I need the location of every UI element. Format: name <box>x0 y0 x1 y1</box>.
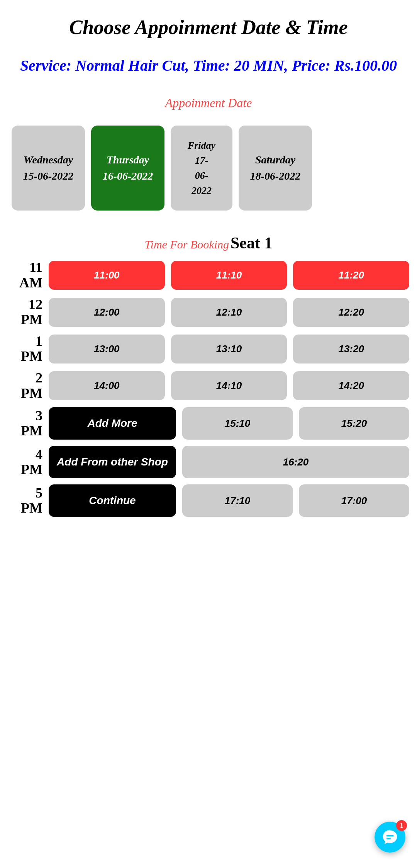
hour-label-3pm: 3PM <box>8 408 42 439</box>
time-row-5pm: 5PM Continue 17:10 17:00 <box>8 484 409 517</box>
time-slot-1210[interactable]: 12:10 <box>171 298 287 327</box>
time-slots-4pm: Add From other Shop 16:20 <box>49 446 409 478</box>
time-slot-1620[interactable]: 16:20 <box>182 446 409 478</box>
time-slots-3pm: Add More 15:10 15:20 <box>49 407 409 440</box>
time-slot-1200[interactable]: 12:00 <box>49 298 165 327</box>
hour-label-11am: 11AM <box>8 260 42 290</box>
time-slot-1420[interactable]: 14:20 <box>293 371 409 400</box>
time-section-label: Time For Booking Seat 1 <box>8 234 409 252</box>
time-slots-2pm: 14:00 14:10 14:20 <box>49 371 409 400</box>
time-row-11am: 11AM 11:00 11:10 11:20 <box>8 260 409 290</box>
time-slot-1300[interactable]: 13:00 <box>49 335 165 364</box>
hour-label-5pm: 5PM <box>8 486 42 516</box>
time-slot-1410[interactable]: 14:10 <box>171 371 287 400</box>
date-scroll-container[interactable]: Wednesday 15-06-2022 Thursday 16-06-2022… <box>8 122 409 218</box>
service-info: Service: Normal Hair Cut, Time: 20 MIN, … <box>0 47 417 88</box>
time-slots-1pm: 13:00 13:10 13:20 <box>49 335 409 364</box>
time-slot-1700[interactable]: 17:00 <box>299 484 409 517</box>
date-section-label: Appoinment Date <box>8 92 409 114</box>
date-section: Appoinment Date Wednesday 15-06-2022 Thu… <box>0 88 417 230</box>
time-section: Time For Booking Seat 1 11AM 11:00 11:10… <box>0 230 417 531</box>
time-row-1pm: 1PM 13:00 13:10 13:20 <box>8 334 409 364</box>
time-slot-1110[interactable]: 11:10 <box>171 261 287 290</box>
page-title: Choose Appoinment Date & Time <box>0 0 417 47</box>
hour-label-4pm: 4PM <box>8 447 42 477</box>
hour-label-1pm: 1PM <box>8 334 42 364</box>
time-slots-12pm: 12:00 12:10 12:20 <box>49 298 409 327</box>
time-slots-5pm: Continue 17:10 17:00 <box>49 484 409 517</box>
time-row-4pm: 4PM Add From other Shop 16:20 <box>8 446 409 478</box>
date-card-thu[interactable]: Thursday 16-06-2022 <box>91 126 164 211</box>
time-slot-1120[interactable]: 11:20 <box>293 261 409 290</box>
time-row-3pm: 3PM Add More 15:10 15:20 <box>8 407 409 440</box>
time-slots-11am: 11:00 11:10 11:20 <box>49 261 409 290</box>
date-card-fri[interactable]: Friday 17- 06- 2022 <box>171 126 232 211</box>
time-slot-1400[interactable]: 14:00 <box>49 371 165 400</box>
time-label-prefix: Time For Booking <box>145 238 229 251</box>
time-row-12pm: 12PM 12:00 12:10 12:20 <box>8 297 409 328</box>
time-row-2pm: 2PM 14:00 14:10 14:20 <box>8 370 409 401</box>
add-more-button[interactable]: Add More <box>49 407 176 440</box>
hour-label-12pm: 12PM <box>8 297 42 328</box>
time-slot-1320[interactable]: 13:20 <box>293 335 409 364</box>
add-from-other-shop-button[interactable]: Add From other Shop <box>49 446 176 478</box>
time-slot-1510[interactable]: 15:10 <box>182 407 293 440</box>
time-slot-1310[interactable]: 13:10 <box>171 335 287 364</box>
time-slot-1220[interactable]: 12:20 <box>293 298 409 327</box>
time-slot-1710[interactable]: 17:10 <box>182 484 293 517</box>
date-card-wed[interactable]: Wednesday 15-06-2022 <box>12 126 85 211</box>
continue-button[interactable]: Continue <box>49 484 176 517</box>
time-label-suffix: Seat 1 <box>231 234 273 252</box>
time-slot-1520[interactable]: 15:20 <box>299 407 409 440</box>
time-slot-1100[interactable]: 11:00 <box>49 261 165 290</box>
hour-label-2pm: 2PM <box>8 370 42 401</box>
date-card-sat[interactable]: Saturday 18-06-2022 <box>239 126 312 211</box>
